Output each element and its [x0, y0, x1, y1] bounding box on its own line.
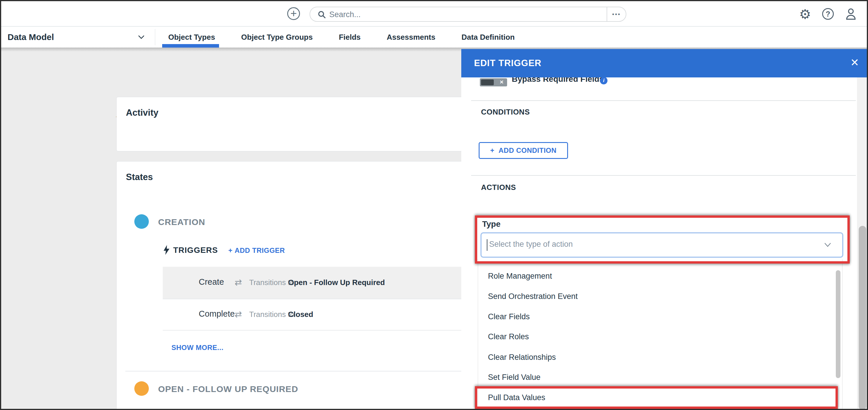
trigger-name: Create — [199, 277, 224, 287]
dropdown-item-clear-fields[interactable]: Clear Fields — [488, 311, 822, 322]
lightning-bolt-icon — [163, 245, 170, 255]
panel-scrollbar-track[interactable] — [857, 77, 868, 410]
gear-icon: ⚙ — [799, 7, 811, 22]
toggle-x-icon: ✕ — [496, 78, 507, 86]
active-tab-indicator — [162, 44, 219, 48]
trigger-row-create[interactable]: Create ⇄ Transitions to Open - Follow Up… — [163, 267, 473, 298]
add-trigger-button[interactable]: + ADD TRIGGER — [228, 247, 285, 255]
bypass-required-fields-toggle[interactable]: ✕ — [480, 78, 507, 86]
tab-object-type-groups[interactable]: Object Type Groups — [241, 27, 313, 48]
triggers-section-label: TRIGGERS — [173, 246, 218, 255]
search-placeholder: Search... — [329, 10, 361, 19]
activity-card-title: Activity — [126, 107, 158, 118]
nav-bar: Data Model Object Types Object Type Grou… — [1, 27, 867, 48]
trigger-row-complete[interactable]: Complete ⇄ Transitions to Closed — [163, 298, 473, 330]
transition-target: Open - Follow Up Required — [288, 278, 385, 287]
trigger-name: Complete — [199, 309, 235, 319]
create-new-button[interactable]: + — [287, 7, 300, 20]
module-selector[interactable]: Data Model — [7, 27, 54, 48]
search-icon — [317, 10, 327, 19]
dropdown-item-set-field-value[interactable]: Set Field Value — [488, 372, 822, 383]
top-bar: + Search... ••• ⚙ ? — [1, 1, 867, 27]
close-icon: ✕ — [850, 57, 859, 68]
settings-button[interactable]: ⚙ — [798, 7, 812, 21]
add-condition-button[interactable]: + ADD CONDITION — [479, 142, 568, 159]
section-divider — [471, 175, 856, 176]
action-type-select[interactable]: Select the type of action — [480, 232, 843, 258]
text-cursor — [487, 239, 487, 251]
panel-scrollbar-thumb[interactable] — [859, 226, 866, 410]
dropdown-scrollbar-thumb[interactable] — [836, 270, 840, 378]
user-icon — [844, 7, 858, 21]
actions-section-label: ACTIONS — [481, 183, 516, 192]
chevron-down-icon — [824, 242, 832, 248]
section-divider — [471, 100, 856, 101]
transitions-icon: ⇄ — [235, 277, 242, 287]
help-button[interactable]: ? — [822, 8, 836, 22]
nav-tabs: Object Types Object Type Groups Fields A… — [168, 27, 515, 48]
close-button[interactable]: ✕ — [846, 49, 863, 77]
dropdown-item-send-orchestration-event[interactable]: Send Orchestration Event — [488, 290, 822, 302]
dropdown-item-messaging[interactable]: Messaging — [488, 259, 822, 260]
open-state-dot — [134, 381, 149, 396]
dropdown-item-pull-data-values[interactable]: Pull Data Values — [488, 392, 822, 403]
states-card: States CREATION TRIGGERS + ADD TRIGGER C… — [116, 161, 473, 410]
conditions-section-label: CONDITIONS — [481, 107, 530, 117]
app-window: + Search... ••• ⚙ ? Data Model Object Ty… — [0, 0, 868, 410]
user-menu-button[interactable] — [844, 7, 858, 20]
tab-data-definition[interactable]: Data Definition — [462, 27, 515, 48]
panel-title: EDIT TRIGGER — [474, 49, 541, 77]
search-input[interactable]: Search... ••• — [310, 7, 626, 22]
chevron-down-icon — [137, 34, 145, 40]
activity-card: Activity — [116, 97, 473, 151]
show-more-link[interactable]: SHOW MORE... — [172, 344, 223, 352]
plus-icon: + — [290, 7, 297, 20]
creation-state-dot — [134, 214, 149, 229]
search-more-button[interactable]: ••• — [607, 7, 626, 21]
select-placeholder: Select the type of action — [489, 240, 573, 249]
plus-icon: + — [490, 147, 495, 154]
states-divider — [125, 371, 473, 372]
dropdown-item-clear-roles[interactable]: Clear Roles — [488, 331, 822, 342]
tab-fields[interactable]: Fields — [339, 27, 361, 48]
ellipsis-icon: ••• — [612, 11, 621, 18]
dropdown-item-role-management[interactable]: Role Management — [488, 270, 822, 282]
plus-icon: + — [228, 247, 232, 254]
edit-trigger-panel: ✕ Bypass Required Fields: i EDIT TRIGGER… — [461, 49, 868, 410]
open-state-label: OPEN - FOLLOW UP REQUIRED — [158, 384, 298, 394]
toggle-knob — [481, 80, 494, 85]
type-field-label: Type — [482, 220, 500, 229]
transition-target: Closed — [288, 310, 313, 319]
nav-divider — [155, 29, 155, 45]
help-icon: ? — [822, 8, 834, 20]
tab-assessments[interactable]: Assessments — [387, 27, 435, 48]
states-card-title: States — [126, 172, 153, 182]
action-type-dropdown: Messaging Role Management Send Orchestra… — [478, 259, 842, 410]
creation-state-label: CREATION — [158, 217, 205, 227]
transitions-icon: ⇄ — [235, 309, 242, 319]
info-icon[interactable]: i — [600, 77, 608, 84]
transitions-label: Transitions to — [249, 310, 294, 319]
dropdown-item-clear-relationships[interactable]: Clear Relationships — [488, 351, 822, 363]
panel-header: EDIT TRIGGER ✕ — [461, 49, 868, 77]
transitions-label: Transitions to — [249, 278, 294, 287]
